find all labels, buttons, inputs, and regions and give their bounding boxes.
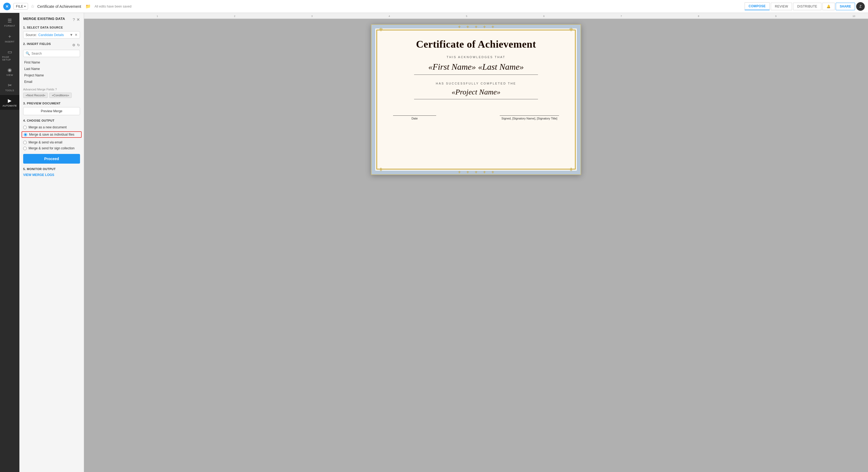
sidebar-item-automate[interactable]: ▶ AUTOMATE [0,95,20,110]
fields-list: First Name Last Name Project Name Email [23,59,80,85]
section5-label: 5. MONITOR OUTPUT [23,167,80,171]
cert-project-underline [414,99,538,99]
ruler-mark-1: 1 [157,15,158,18]
close-button[interactable]: ✕ [3,3,11,10]
cert-sig-line [500,115,559,116]
certificate-page: ⚜ ⚜ ⚜ ⚜ ⚜ ⚜ ⚜ ⚜ ⚜ ⚜ ⚜ ⚜ ⚜ ⚜ [371,24,581,175]
folder-icon[interactable]: 📁 [85,4,91,9]
ruler-mark-4: 4 [389,15,390,18]
cert-date-block: Date [393,115,436,120]
ruler-mark-7: 7 [621,15,622,18]
preview-document-section: 3. PREVIEW DOCUMENT Preview Merge [23,102,80,115]
main-layout: ☰ FORMAT ＋ INSERT ▭ PAGE SETUP ◉ VIEW ✂ … [0,13,868,472]
source-row: Source: Candidate Details ▼ ✕ [23,31,80,38]
cert-completed-text: HAS SUCCESSFULLY COMPLETED THE [436,82,516,85]
radio-input-merge-new-doc[interactable] [23,126,27,129]
sidebar-item-view[interactable]: ◉ VIEW [0,64,20,79]
search-input[interactable] [32,52,78,56]
refresh-icon[interactable]: ↻ [77,43,80,47]
tools-icon: ✂ [8,82,12,88]
radio-merge-new-doc[interactable]: Merge as a new document [23,124,80,130]
sidebar-item-label-format: FORMAT [4,25,15,27]
review-tab[interactable]: REVIEW [771,3,792,10]
insert-fields-header: 2. INSERT FIELDS ⚙ ↻ [23,42,80,47]
topbar-right: COMPOSE REVIEW DISTRIBUTE 🔔 SHARE Z [745,2,865,11]
choose-output-section: 4. CHOOSE OUTPUT Merge as a new document… [23,119,80,164]
field-email[interactable]: Email [23,78,80,85]
cert-date-line [393,115,436,116]
filter-icon[interactable]: ▼ [69,33,73,37]
sidebar-item-page-setup[interactable]: ▭ PAGE SETUP [0,46,20,64]
ruler-mark-6: 6 [544,15,545,18]
source-name[interactable]: Candidate Details [38,33,64,37]
sidebar-icons: ☰ FORMAT ＋ INSERT ▭ PAGE SETUP ◉ VIEW ✂ … [0,13,20,472]
ruler-marks: 1 2 3 4 5 6 7 8 9 10 [95,18,868,18]
radio-input-merge-individual[interactable] [24,133,27,136]
cert-name-underline [414,74,538,75]
field-first-name[interactable]: First Name [23,59,80,66]
help-icon[interactable]: ? [73,17,75,22]
radio-label-merge-email: Merge & send via email [29,140,62,144]
notifications-button[interactable]: 🔔 [823,3,835,10]
radio-merge-sign[interactable]: Merge & send for sign collection [23,145,80,151]
section1-label: 1. SELECT DATA SOURCE [23,26,80,29]
radio-merge-individual[interactable]: Merge & save as individual files [22,131,82,138]
cert-name-placeholder: «First Name» «Last Name» [428,62,524,72]
field-project-name[interactable]: Project Name [23,72,80,78]
sidebar-item-label-view: VIEW [6,74,13,76]
preview-merge-button[interactable]: Preview Merge [23,107,80,115]
view-icon: ◉ [7,67,12,73]
sidebar-item-label-tools: TOOLS [5,89,14,92]
source-label-text: Source: [26,33,37,37]
sidebar-item-label-insert: INSERT [5,40,14,43]
sidebar-item-label-automate: AUTOMATE [2,104,17,107]
field-last-name[interactable]: Last Name [23,66,80,72]
avatar[interactable]: Z [856,2,865,11]
next-record-tag[interactable]: «Next Record» [23,93,48,98]
source-icons: ▼ ✕ [69,33,78,37]
panel-header-icons: ? ✕ [73,17,80,22]
distribute-tab[interactable]: DISTRIBUTE [793,3,821,10]
clear-source-icon[interactable]: ✕ [74,33,78,37]
settings-icon[interactable]: ⚙ [72,43,75,47]
share-button[interactable]: SHARE [836,3,855,10]
radio-merge-email[interactable]: Merge & send via email [23,139,80,145]
ruler-mark-5: 5 [466,15,467,18]
insert-fields-section: 2. INSERT FIELDS ⚙ ↻ 🔍 First Name Last N… [23,42,80,98]
sidebar-item-label-page-setup: PAGE SETUP [2,56,17,61]
sidebar-item-insert[interactable]: ＋ INSERT [0,30,20,46]
cert-footer: Date Signed, [Signatory Name], [Signator… [388,115,564,120]
radio-input-merge-sign[interactable] [23,147,27,150]
sidebar-item-tools[interactable]: ✂ TOOLS [0,80,20,95]
panel-header: MERGE EXISTING DATA ? ✕ [23,17,80,22]
ruler: 1 2 3 4 5 6 7 8 9 10 [84,13,868,19]
cert-subtitle: THIS ACKNOWLEDGES THAT [447,56,505,59]
cert-signatory-label: Signed, [Signatory Name], [Signatory Tit… [501,117,557,120]
favorite-icon[interactable]: ☆ [31,4,34,9]
search-icon: 🔍 [26,52,30,56]
corner-deco-br: ⚜ [569,166,574,173]
section4-label: 4. CHOOSE OUTPUT [23,119,80,122]
ruler-mark-3: 3 [311,15,313,18]
search-box: 🔍 [23,50,80,57]
compose-tab[interactable]: COMPOSE [745,2,770,10]
monitor-output-section: 5. MONITOR OUTPUT VIEW MERGE LOGS [23,167,80,177]
file-menu-button[interactable]: FILE ▾ [13,3,28,10]
radio-input-merge-email[interactable] [23,141,27,144]
close-panel-icon[interactable]: ✕ [76,17,80,22]
automate-icon: ▶ [8,98,11,104]
ruler-mark-10: 10 [852,15,855,18]
advanced-merge-fields-label: Advanced Merge Fields ? [23,88,80,91]
advanced-help-icon[interactable]: ? [55,88,57,91]
canvas-area: 1 2 3 4 5 6 7 8 9 10 ⚜ ⚜ ⚜ [84,13,868,472]
conditions-tag[interactable]: «Conditions» [49,93,71,98]
proceed-button[interactable]: Proceed [23,154,80,164]
left-panel: MERGE EXISTING DATA ? ✕ 1. SELECT DATA S… [20,13,84,472]
view-merge-logs-link[interactable]: VIEW MERGE LOGS [23,173,54,177]
document-title: Certificate of Achievement [37,4,81,9]
insert-fields-icons: ⚙ ↻ [72,43,80,47]
insert-icon: ＋ [7,33,12,39]
document-area: ⚜ ⚜ ⚜ ⚜ ⚜ ⚜ ⚜ ⚜ ⚜ ⚜ ⚜ ⚜ ⚜ ⚜ [84,19,868,472]
bottom-deco-row: ⚜ ⚜ ⚜ ⚜ ⚜ [458,170,495,174]
sidebar-item-format[interactable]: ☰ FORMAT [0,15,20,30]
